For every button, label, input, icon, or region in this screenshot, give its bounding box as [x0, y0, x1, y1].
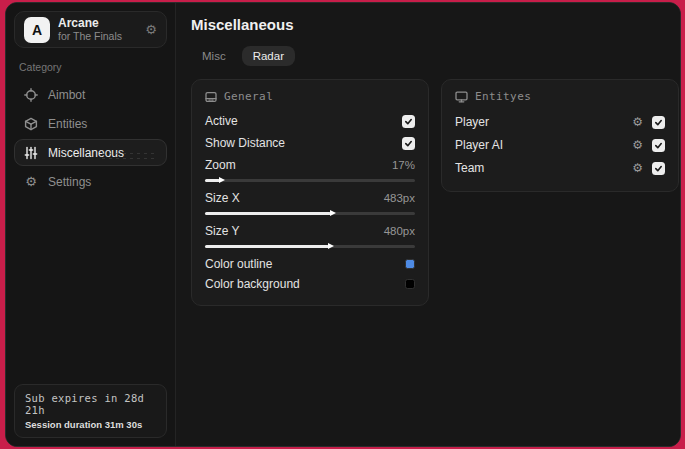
crosshair-icon: [24, 88, 38, 102]
sidebar-item-label: Aimbot: [48, 88, 85, 102]
slider-fill: [205, 212, 331, 215]
app-logo-letter: A: [32, 22, 42, 38]
sidebar-item-miscellaneous[interactable]: Miscellaneous: [14, 139, 167, 166]
brand-title: Arcane: [58, 17, 122, 31]
entities-card-header: Entityes: [455, 90, 665, 103]
category-label: Category: [19, 61, 167, 73]
brand-subtitle: for The Finals: [58, 30, 122, 42]
slider-fill: [205, 179, 220, 182]
entity-row-player: Player ⚙: [455, 112, 665, 132]
player-ai-checkbox[interactable]: [652, 139, 665, 152]
check-icon: [404, 139, 413, 148]
size-x-value: 483px: [384, 192, 415, 204]
gear-icon[interactable]: ⚙: [632, 162, 643, 174]
entities-card: Entityes Player ⚙ Player AI ⚙: [441, 79, 679, 192]
app-window: A Arcane for The Finals ⚙ Category Aimbo…: [5, 2, 681, 447]
sidebar-nav: Aimbot Entities Miscellaneous ⚙ Settings: [14, 81, 167, 195]
player-checkbox[interactable]: [652, 116, 665, 129]
sidebar-item-label: Miscellaneous: [48, 146, 124, 160]
tab-bar: Misc Radar: [191, 46, 679, 66]
sidebar: A Arcane for The Finals ⚙ Category Aimbo…: [6, 3, 176, 446]
size-y-slider[interactable]: [205, 245, 415, 248]
check-icon: [404, 117, 413, 126]
check-icon: [654, 141, 663, 150]
main-panel: Miscellaneous Misc Radar General Active: [176, 3, 681, 446]
slider-fill: [205, 245, 329, 248]
setting-row-active: Active: [205, 112, 415, 130]
setting-row-size-y: Size Y 480px: [205, 222, 415, 248]
sidebar-item-settings[interactable]: ⚙ Settings: [14, 168, 167, 195]
entity-row-team: Team ⚙: [455, 158, 665, 178]
team-checkbox[interactable]: [652, 162, 665, 175]
monitor-icon: [455, 91, 468, 103]
general-card-header: General: [205, 90, 415, 103]
show-distance-checkbox[interactable]: [402, 137, 415, 150]
check-icon: [654, 164, 663, 173]
panel-icon: [205, 91, 217, 103]
general-card: General Active Show Distance Z: [191, 79, 429, 306]
sidebar-item-label: Entities: [48, 117, 87, 131]
gear-icon: ⚙: [24, 175, 38, 189]
cards-row: General Active Show Distance Z: [191, 79, 679, 306]
subscription-card: Sub expires in 28d 21h Session duration …: [14, 384, 167, 438]
sub-expiry-text: Sub expires in 28d 21h: [25, 392, 156, 416]
sidebar-item-aimbot[interactable]: Aimbot: [14, 81, 167, 108]
entity-row-player-ai: Player AI ⚙: [455, 135, 665, 155]
setting-row-size-x: Size X 483px: [205, 189, 415, 215]
brand-text: Arcane for The Finals: [58, 17, 122, 43]
color-outline-swatch[interactable]: [405, 259, 415, 269]
color-background-swatch[interactable]: [405, 279, 415, 289]
size-y-value: 480px: [384, 225, 415, 237]
gear-icon[interactable]: ⚙: [632, 116, 643, 128]
tab-radar[interactable]: Radar: [242, 46, 295, 66]
entities-card-title: Entityes: [475, 90, 531, 103]
page-title: Miscellaneous: [191, 16, 679, 33]
slider-thumb[interactable]: [330, 210, 336, 216]
setting-row-show-distance: Show Distance: [205, 134, 415, 152]
zoom-slider[interactable]: [205, 179, 415, 182]
setting-row-color-outline: Color outline: [205, 255, 415, 273]
active-checkbox[interactable]: [402, 115, 415, 128]
session-duration-text: Session duration 31m 30s: [25, 419, 156, 430]
cube-icon: [24, 117, 38, 131]
app-logo: A: [24, 17, 50, 43]
setting-row-color-background: Color background: [205, 275, 415, 293]
slider-thumb[interactable]: [219, 177, 225, 183]
setting-row-zoom: Zoom 17%: [205, 156, 415, 182]
general-card-title: General: [224, 90, 273, 103]
gear-icon[interactable]: ⚙: [632, 139, 643, 151]
check-icon: [654, 118, 663, 127]
gear-icon[interactable]: ⚙: [145, 23, 157, 36]
slider-thumb[interactable]: [328, 243, 334, 249]
sliders-icon: [24, 146, 38, 160]
zoom-value: 17%: [392, 159, 415, 171]
size-x-slider[interactable]: [205, 212, 415, 215]
sidebar-item-entities[interactable]: Entities: [14, 110, 167, 137]
tab-misc[interactable]: Misc: [191, 46, 237, 66]
sidebar-item-label: Settings: [48, 175, 91, 189]
brand-card: A Arcane for The Finals ⚙: [14, 11, 167, 48]
